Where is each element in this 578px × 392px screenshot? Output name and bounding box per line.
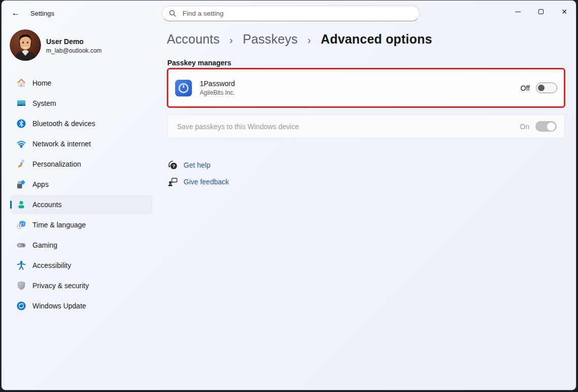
save-passkeys-toggle	[535, 121, 557, 132]
minimize-icon	[515, 12, 521, 12]
device-toggle-group: On	[520, 121, 557, 132]
manager-text: 1Password AgileBits Inc.	[200, 80, 235, 96]
sidebar-item-label: System	[32, 99, 56, 107]
save-passkeys-row: Save passkeys to this Windows device On	[167, 114, 565, 138]
home-icon	[16, 78, 26, 88]
network-icon	[16, 139, 26, 149]
accounts-icon	[16, 200, 26, 210]
passkey-manager-row-1password: 1Password AgileBits Inc. Off	[167, 68, 565, 108]
page-title: Advanced options	[320, 32, 432, 46]
give-feedback-row[interactable]: Give feedback	[167, 175, 229, 188]
sidebar-item-time-language[interactable]: Time & language	[11, 216, 152, 234]
toggle-knob	[538, 85, 545, 91]
manager-toggle-group: Off	[521, 83, 557, 93]
sidebar-item-label: Accessibility	[32, 261, 71, 269]
sidebar-item-label: Home	[32, 79, 51, 87]
manager-publisher: AgileBits Inc.	[200, 89, 235, 96]
minimize-button[interactable]	[506, 1, 529, 23]
breadcrumb: Accounts › Passkeys › Advanced options	[167, 32, 432, 47]
sidebar-item-accessibility[interactable]: Accessibility	[11, 256, 152, 275]
breadcrumb-accounts[interactable]: Accounts	[167, 32, 220, 46]
svg-text:?: ?	[172, 163, 175, 169]
close-button[interactable]: ✕	[553, 1, 576, 23]
give-feedback-link[interactable]: Give feedback	[184, 178, 229, 186]
settings-window: ← Settings ✕	[1, 0, 576, 390]
save-passkeys-label: Save passkeys to this Windows device	[177, 123, 299, 131]
onepassword-icon	[175, 80, 192, 97]
manager-name: 1Password	[200, 80, 235, 88]
profile-name: User Demo	[46, 37, 84, 46]
sidebar-item-label: Accounts	[32, 201, 62, 209]
sidebar-item-bluetooth[interactable]: Bluetooth & devices	[11, 114, 152, 133]
main-content: Accounts › Passkeys › Advanced options P…	[167, 26, 576, 390]
sidebar-item-label: Privacy & security	[32, 282, 89, 290]
apps-icon	[16, 179, 26, 189]
avatar[interactable]	[10, 29, 41, 61]
maximize-button[interactable]	[529, 1, 553, 23]
profile-email: m_lab@outlook.com	[46, 47, 102, 54]
sidebar-item-accounts[interactable]: Accounts	[11, 195, 152, 214]
sidebar-item-label: Apps	[32, 180, 49, 188]
sidebar-item-label: Gaming	[32, 241, 57, 249]
back-arrow-icon: ←	[12, 8, 20, 18]
sidebar-item-label: Time & language	[32, 221, 86, 229]
bluetooth-icon	[16, 119, 26, 129]
get-help-row[interactable]: ? Get help	[167, 159, 229, 172]
sidebar-item-home[interactable]: Home	[11, 74, 152, 92]
titlebar: ← Settings ✕	[2, 1, 576, 26]
avatar-image	[10, 29, 41, 61]
help-links: ? Get help Give feedback	[167, 159, 229, 192]
system-icon	[16, 98, 26, 108]
breadcrumb-separator: ›	[307, 34, 311, 46]
sidebar-item-apps[interactable]: Apps	[11, 175, 152, 193]
get-help-link[interactable]: Get help	[184, 161, 210, 169]
sidebar-item-label: Network & internet	[32, 140, 91, 148]
sidebar-nav: Home System Bluetooth & devi	[11, 74, 152, 317]
gaming-icon	[16, 240, 26, 250]
sidebar-item-label: Personalization	[32, 160, 81, 168]
get-help-icon: ?	[167, 160, 178, 171]
sidebar-item-windows-update[interactable]: Windows Update	[11, 297, 152, 315]
sidebar: User Demo m_lab@outlook.com Home	[2, 26, 155, 390]
manager-toggle-label: Off	[521, 84, 530, 92]
maximize-icon	[538, 9, 544, 14]
app-title: Settings	[30, 10, 54, 17]
sidebar-item-personalization[interactable]: Personalization	[11, 155, 152, 173]
sidebar-item-system[interactable]: System	[11, 94, 152, 112]
sidebar-item-network[interactable]: Network & internet	[11, 135, 152, 153]
search-box[interactable]	[162, 6, 420, 21]
give-feedback-icon	[167, 176, 178, 187]
search-icon	[169, 10, 176, 17]
windows-update-icon	[16, 301, 26, 311]
time-language-icon	[16, 220, 26, 230]
shield-icon	[16, 281, 26, 291]
section-label-passkey-managers: Passkey managers	[167, 59, 231, 67]
sidebar-item-label: Bluetooth & devices	[32, 120, 95, 128]
toggle-knob	[547, 123, 555, 131]
close-icon: ✕	[561, 8, 567, 15]
breadcrumb-passkeys[interactable]: Passkeys	[243, 32, 298, 46]
back-button[interactable]: ←	[8, 6, 23, 20]
sidebar-item-privacy-security[interactable]: Privacy & security	[11, 277, 152, 295]
search-input[interactable]	[182, 9, 419, 18]
personalization-icon	[16, 159, 26, 169]
device-toggle-label: On	[520, 123, 529, 131]
selected-accent-bar	[10, 201, 12, 209]
manager-toggle[interactable]	[536, 83, 557, 93]
breadcrumb-separator: ›	[230, 34, 233, 46]
window-controls: ✕	[506, 1, 576, 25]
accessibility-icon	[16, 260, 26, 270]
sidebar-item-gaming[interactable]: Gaming	[11, 236, 152, 254]
sidebar-item-label: Windows Update	[32, 302, 86, 310]
